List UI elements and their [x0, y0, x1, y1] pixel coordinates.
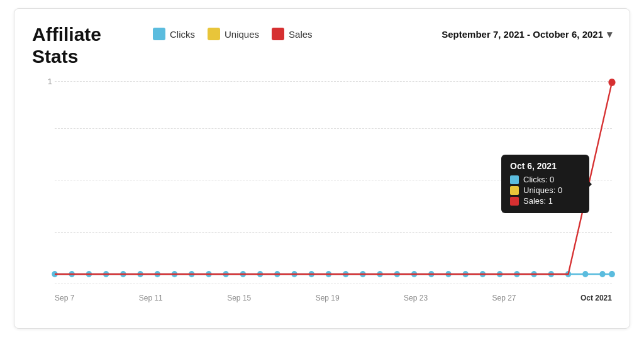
- legend-label-sales: Sales: [289, 29, 313, 40]
- legend-item-uniques: Uniques: [208, 28, 259, 40]
- x-label-sep19: Sep 19: [316, 294, 340, 302]
- legend-label-uniques: Uniques: [225, 29, 259, 40]
- legend-item-sales: Sales: [272, 28, 313, 40]
- grid-line-bottom: [55, 284, 612, 284]
- chart-area: 1: [32, 76, 612, 302]
- x-axis-labels: Sep 7 Sep 11 Sep 15 Sep 19 Sep 23 Sep 27…: [55, 294, 612, 302]
- x-label-sep7: Sep 7: [55, 294, 74, 302]
- date-range-label: September 7, 2021 - October 6, 2021: [441, 29, 603, 40]
- page-title: Affiliate Stats: [32, 24, 133, 67]
- y-axis: 1: [32, 76, 55, 284]
- x-label-sep23: Sep 23: [404, 294, 428, 302]
- legend-date-row: Clicks Uniques Sales September 7, 2021 -…: [153, 28, 612, 40]
- sales-line: [55, 82, 612, 274]
- dot: [582, 271, 588, 277]
- x-label-sep15: Sep 15: [227, 294, 251, 302]
- legend-item-clicks: Clicks: [153, 28, 195, 40]
- x-label-sep11: Sep 11: [139, 294, 163, 302]
- chart-inner: Oct 6, 2021 Clicks: 0 Uniques: 0 Sales: …: [55, 76, 612, 284]
- x-label-sep27: Sep 27: [492, 294, 516, 302]
- x-label-oct2021: Oct 2021: [580, 294, 612, 302]
- dot-last: [609, 271, 614, 277]
- date-range-selector[interactable]: September 7, 2021 - October 6, 2021 ▾: [441, 28, 612, 40]
- chevron-down-icon: ▾: [607, 28, 612, 40]
- y-label-1: 1: [32, 77, 52, 86]
- uniques-swatch: [208, 28, 220, 40]
- legend: Clicks Uniques Sales: [153, 28, 441, 40]
- header: Affiliate Stats Clicks Uniques Sales S: [32, 24, 612, 67]
- sales-peak-dot: [608, 79, 615, 86]
- sales-swatch: [272, 28, 284, 40]
- clicks-swatch: [153, 28, 165, 40]
- affiliate-stats-card: Affiliate Stats Clicks Uniques Sales S: [14, 8, 630, 329]
- chart-svg: [55, 76, 612, 284]
- dot: [599, 271, 605, 277]
- legend-label-clicks: Clicks: [170, 29, 195, 40]
